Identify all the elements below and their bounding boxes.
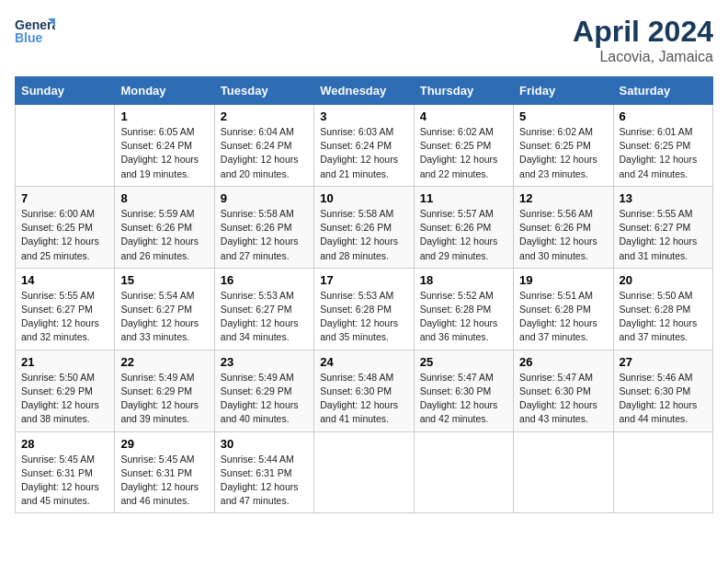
calendar-cell: 29Sunrise: 5:45 AMSunset: 6:31 PMDayligh… bbox=[115, 431, 214, 513]
calendar-table: Sunday Monday Tuesday Wednesday Thursday… bbox=[15, 76, 713, 513]
day-number: 11 bbox=[420, 191, 507, 205]
svg-text:Blue: Blue bbox=[15, 30, 43, 45]
day-number: 17 bbox=[320, 273, 407, 287]
day-number: 19 bbox=[519, 273, 607, 287]
calendar-cell: 11Sunrise: 5:57 AMSunset: 6:26 PMDayligh… bbox=[414, 186, 513, 268]
logo: General Blue bbox=[15, 15, 55, 50]
calendar-cell: 12Sunrise: 5:56 AMSunset: 6:26 PMDayligh… bbox=[514, 186, 613, 268]
day-number: 20 bbox=[620, 273, 707, 287]
day-info: Sunrise: 5:56 AMSunset: 6:26 PMDaylight:… bbox=[519, 207, 607, 263]
calendar-week-4: 28Sunrise: 5:45 AMSunset: 6:31 PMDayligh… bbox=[16, 431, 713, 513]
calendar-cell: 27Sunrise: 5:46 AMSunset: 6:30 PMDayligh… bbox=[613, 350, 712, 431]
calendar-cell bbox=[16, 105, 115, 187]
day-number: 18 bbox=[420, 273, 507, 287]
day-info: Sunrise: 5:55 AMSunset: 6:27 PMDaylight:… bbox=[620, 207, 707, 263]
page-header: General Blue April 2024 Lacovia, Jamaica bbox=[15, 15, 713, 65]
day-info: Sunrise: 5:50 AMSunset: 6:29 PMDaylight:… bbox=[21, 371, 108, 427]
calendar-cell: 4Sunrise: 6:02 AMSunset: 6:25 PMDaylight… bbox=[414, 105, 513, 187]
calendar-cell: 23Sunrise: 5:49 AMSunset: 6:29 PMDayligh… bbox=[214, 350, 313, 431]
calendar-cell: 19Sunrise: 5:51 AMSunset: 6:28 PMDayligh… bbox=[514, 268, 613, 350]
day-info: Sunrise: 5:47 AMSunset: 6:30 PMDaylight:… bbox=[519, 371, 607, 427]
page-title: April 2024 bbox=[573, 15, 713, 49]
day-info: Sunrise: 5:50 AMSunset: 6:28 PMDaylight:… bbox=[620, 289, 707, 345]
day-number: 23 bbox=[221, 355, 308, 369]
day-number: 3 bbox=[320, 109, 407, 123]
calendar-week-3: 21Sunrise: 5:50 AMSunset: 6:29 PMDayligh… bbox=[16, 350, 713, 431]
day-number: 15 bbox=[120, 273, 208, 287]
calendar-cell: 6Sunrise: 6:01 AMSunset: 6:25 PMDaylight… bbox=[613, 105, 712, 187]
calendar-cell bbox=[314, 431, 414, 513]
calendar-week-0: 1Sunrise: 6:05 AMSunset: 6:24 PMDaylight… bbox=[16, 105, 713, 187]
day-info: Sunrise: 5:48 AMSunset: 6:30 PMDaylight:… bbox=[320, 371, 407, 427]
logo-icon: General Blue bbox=[15, 15, 55, 50]
header-saturday: Saturday bbox=[613, 77, 712, 105]
day-number: 30 bbox=[221, 437, 308, 451]
calendar-cell: 17Sunrise: 5:53 AMSunset: 6:28 PMDayligh… bbox=[314, 268, 414, 350]
day-number: 5 bbox=[519, 109, 607, 123]
day-number: 8 bbox=[120, 191, 208, 205]
day-info: Sunrise: 5:54 AMSunset: 6:27 PMDaylight:… bbox=[120, 289, 208, 345]
day-number: 10 bbox=[320, 191, 407, 205]
calendar-cell: 5Sunrise: 6:02 AMSunset: 6:25 PMDaylight… bbox=[514, 105, 613, 187]
calendar-cell: 14Sunrise: 5:55 AMSunset: 6:27 PMDayligh… bbox=[16, 268, 115, 350]
day-number: 28 bbox=[21, 437, 108, 451]
calendar-week-2: 14Sunrise: 5:55 AMSunset: 6:27 PMDayligh… bbox=[16, 268, 713, 350]
calendar-cell: 18Sunrise: 5:52 AMSunset: 6:28 PMDayligh… bbox=[414, 268, 513, 350]
page-subtitle: Lacovia, Jamaica bbox=[573, 49, 713, 65]
calendar-cell: 15Sunrise: 5:54 AMSunset: 6:27 PMDayligh… bbox=[115, 268, 214, 350]
calendar-cell: 7Sunrise: 6:00 AMSunset: 6:25 PMDaylight… bbox=[16, 186, 115, 268]
header-friday: Friday bbox=[514, 77, 613, 105]
day-info: Sunrise: 5:51 AMSunset: 6:28 PMDaylight:… bbox=[519, 289, 607, 345]
calendar-cell bbox=[613, 431, 712, 513]
header-monday: Monday bbox=[115, 77, 214, 105]
day-info: Sunrise: 6:01 AMSunset: 6:25 PMDaylight:… bbox=[620, 125, 707, 181]
calendar-cell: 21Sunrise: 5:50 AMSunset: 6:29 PMDayligh… bbox=[16, 350, 115, 431]
calendar-cell: 9Sunrise: 5:58 AMSunset: 6:26 PMDaylight… bbox=[214, 186, 313, 268]
title-block: April 2024 Lacovia, Jamaica bbox=[573, 15, 713, 65]
day-number: 13 bbox=[620, 191, 707, 205]
day-info: Sunrise: 5:57 AMSunset: 6:26 PMDaylight:… bbox=[420, 207, 507, 263]
calendar-cell: 24Sunrise: 5:48 AMSunset: 6:30 PMDayligh… bbox=[314, 350, 414, 431]
calendar-header-row: Sunday Monday Tuesday Wednesday Thursday… bbox=[16, 77, 713, 105]
day-number: 2 bbox=[221, 109, 308, 123]
day-info: Sunrise: 5:49 AMSunset: 6:29 PMDaylight:… bbox=[221, 371, 308, 427]
header-thursday: Thursday bbox=[414, 77, 513, 105]
calendar-cell: 13Sunrise: 5:55 AMSunset: 6:27 PMDayligh… bbox=[613, 186, 712, 268]
calendar-cell bbox=[514, 431, 613, 513]
day-number: 14 bbox=[21, 273, 108, 287]
calendar-cell: 26Sunrise: 5:47 AMSunset: 6:30 PMDayligh… bbox=[514, 350, 613, 431]
day-info: Sunrise: 5:52 AMSunset: 6:28 PMDaylight:… bbox=[420, 289, 507, 345]
calendar-cell: 2Sunrise: 6:04 AMSunset: 6:24 PMDaylight… bbox=[214, 105, 313, 187]
day-info: Sunrise: 5:58 AMSunset: 6:26 PMDaylight:… bbox=[221, 207, 308, 263]
day-number: 7 bbox=[21, 191, 108, 205]
day-info: Sunrise: 5:58 AMSunset: 6:26 PMDaylight:… bbox=[320, 207, 407, 263]
day-info: Sunrise: 5:53 AMSunset: 6:27 PMDaylight:… bbox=[221, 289, 308, 345]
day-number: 6 bbox=[620, 109, 707, 123]
day-info: Sunrise: 6:02 AMSunset: 6:25 PMDaylight:… bbox=[519, 125, 607, 181]
header-tuesday: Tuesday bbox=[214, 77, 313, 105]
header-sunday: Sunday bbox=[16, 77, 115, 105]
day-info: Sunrise: 6:02 AMSunset: 6:25 PMDaylight:… bbox=[420, 125, 507, 181]
calendar-cell: 3Sunrise: 6:03 AMSunset: 6:24 PMDaylight… bbox=[314, 105, 414, 187]
header-wednesday: Wednesday bbox=[314, 77, 414, 105]
calendar-cell: 8Sunrise: 5:59 AMSunset: 6:26 PMDaylight… bbox=[115, 186, 214, 268]
day-number: 25 bbox=[420, 355, 507, 369]
calendar-cell: 20Sunrise: 5:50 AMSunset: 6:28 PMDayligh… bbox=[613, 268, 712, 350]
day-number: 26 bbox=[519, 355, 607, 369]
day-number: 12 bbox=[519, 191, 607, 205]
calendar-week-1: 7Sunrise: 6:00 AMSunset: 6:25 PMDaylight… bbox=[16, 186, 713, 268]
day-info: Sunrise: 5:47 AMSunset: 6:30 PMDaylight:… bbox=[420, 371, 507, 427]
calendar-cell: 10Sunrise: 5:58 AMSunset: 6:26 PMDayligh… bbox=[314, 186, 414, 268]
day-info: Sunrise: 5:44 AMSunset: 6:31 PMDaylight:… bbox=[221, 453, 308, 509]
day-number: 22 bbox=[120, 355, 208, 369]
day-info: Sunrise: 6:00 AMSunset: 6:25 PMDaylight:… bbox=[21, 207, 108, 263]
calendar-cell bbox=[414, 431, 513, 513]
day-number: 29 bbox=[120, 437, 208, 451]
day-info: Sunrise: 5:45 AMSunset: 6:31 PMDaylight:… bbox=[120, 453, 208, 509]
day-info: Sunrise: 5:53 AMSunset: 6:28 PMDaylight:… bbox=[320, 289, 407, 345]
calendar-cell: 25Sunrise: 5:47 AMSunset: 6:30 PMDayligh… bbox=[414, 350, 513, 431]
day-info: Sunrise: 5:49 AMSunset: 6:29 PMDaylight:… bbox=[120, 371, 208, 427]
day-number: 4 bbox=[420, 109, 507, 123]
day-info: Sunrise: 6:04 AMSunset: 6:24 PMDaylight:… bbox=[221, 125, 308, 181]
calendar-cell: 16Sunrise: 5:53 AMSunset: 6:27 PMDayligh… bbox=[214, 268, 313, 350]
